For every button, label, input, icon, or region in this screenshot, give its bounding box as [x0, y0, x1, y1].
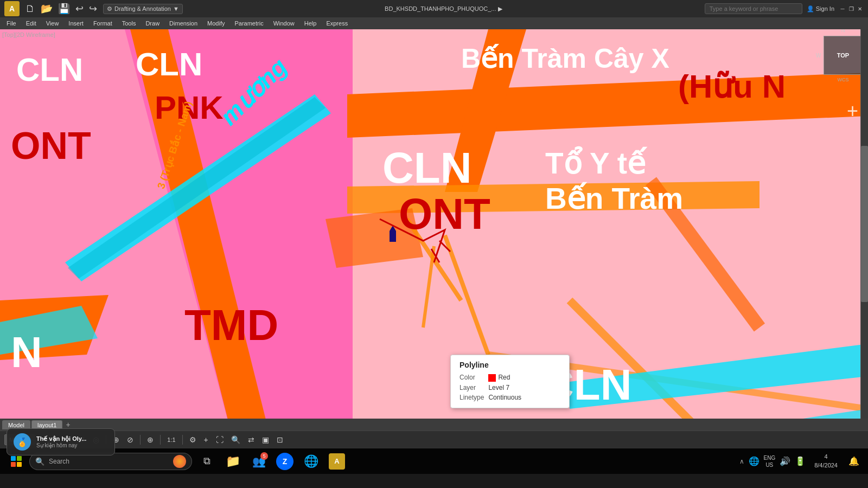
svg-line-12 — [651, 181, 760, 328]
file-title: BD_KHSDD_THANHPHO_PHUQUOC_... — [385, 5, 496, 12]
snap2-icon[interactable]: ⊘ — [125, 434, 136, 445]
svg-marker-19 — [0, 306, 98, 355]
taskbar-files-app[interactable]: 📁 — [221, 450, 244, 473]
toast-notification[interactable]: 🏅 Thế vận hội Oly... Sự kiện hôm nay — [7, 428, 115, 455]
wcs-label: WCS — [824, 77, 863, 82]
undo-icon[interactable]: ↩ — [74, 2, 85, 16]
menu-help[interactable]: Help — [300, 19, 321, 28]
label-cln-left: CLN — [16, 51, 83, 88]
menu-express[interactable]: Express — [322, 19, 352, 28]
fullscreen-icon[interactable]: ⛶ — [214, 434, 226, 445]
menu-file[interactable]: File — [2, 19, 21, 28]
clock-number: 4 — [814, 453, 838, 461]
viewport-label-text: [Top][2D Wireframe] — [2, 31, 55, 38]
tooltip-table: Color Red Layer Level 7 Linetype Continu… — [459, 373, 526, 402]
task-view-button[interactable]: ⧉ — [195, 450, 218, 473]
menu-format[interactable]: Format — [89, 19, 117, 28]
viewcube-top-label: TOP — [837, 52, 849, 59]
file-title-area: BD_KHSDD_THANHPHO_PHUQUOC_... ▶ — [187, 5, 700, 12]
taskbar-chrome-app[interactable]: 🌐 — [299, 450, 322, 473]
app-logo: A — [4, 1, 20, 16]
user-icon: 👤 — [807, 5, 814, 12]
save-icon[interactable]: 💾 — [56, 2, 72, 16]
menu-parametric[interactable]: Parametric — [230, 19, 267, 28]
tab-add-button[interactable]: + — [63, 420, 72, 429]
label-ont-left: ONT — [11, 124, 91, 168]
svg-marker-16 — [68, 97, 326, 279]
language-selector[interactable]: ENGUS — [764, 454, 776, 468]
label-ben-tram-title: Bến Tràm Cây X — [461, 43, 669, 74]
canvas-area[interactable]: [Top][2D Wireframe] CLN PNK CLN ONT mươn… — [0, 29, 868, 419]
label-to-y-te: Tổ Y tế — [545, 146, 646, 181]
file-arrow-icon[interactable]: ▶ — [498, 5, 502, 12]
svg-marker-17 — [570, 344, 868, 409]
svg-line-11 — [423, 246, 434, 328]
copilot-icon — [173, 455, 186, 468]
svg-marker-5 — [445, 29, 526, 192]
label-huu-n: (Hữu N — [678, 67, 786, 105]
menu-tools[interactable]: Tools — [118, 19, 141, 28]
menu-modify[interactable]: Modify — [203, 19, 229, 28]
tooltip-layer-row: Layer Level 7 — [459, 383, 526, 393]
menu-dimension[interactable]: Dimension — [165, 19, 202, 28]
svg-rect-0 — [0, 29, 868, 419]
notification-button[interactable]: 🔔 — [846, 454, 861, 468]
taskbar-autocad-app[interactable]: A — [326, 450, 348, 473]
battery-icon[interactable]: 🔋 — [795, 456, 806, 466]
svg-marker-6 — [347, 181, 760, 214]
toast-icon: 🏅 — [14, 433, 31, 451]
label-muong: mương — [214, 53, 293, 131]
tab-model[interactable]: Model — [2, 420, 30, 429]
svg-marker-1 — [353, 29, 868, 419]
menu-window[interactable]: Window — [269, 19, 299, 28]
svg-marker-2 — [0, 29, 233, 419]
close-button[interactable]: ✕ — [856, 5, 864, 12]
workspace-gear-icon: ⚙ — [107, 5, 112, 12]
svg-marker-3 — [130, 29, 271, 419]
navigation-cross-icon[interactable]: + — [847, 100, 858, 123]
viewcube-north-label: N — [841, 29, 845, 33]
system-tray: ∧ 🌐 ENGUS 🔊 🔋 4 8/4/2024 🔔 — [739, 452, 862, 471]
zoom-icon[interactable]: 🔍 — [229, 434, 242, 445]
quick-access-toolbar: 🗋 📂 💾 ↩ ↪ — [24, 2, 99, 16]
signin-button[interactable]: 👤 Sign In — [807, 5, 834, 12]
taskbar-zalo-app[interactable]: Z — [273, 450, 296, 473]
redo-icon[interactable]: ↪ — [87, 2, 99, 16]
show-hidden-icons-button[interactable]: ∧ — [739, 458, 744, 465]
sync-icon[interactable]: ⇄ — [246, 434, 257, 445]
menu-edit[interactable]: Edit — [22, 19, 41, 28]
tooltip-color-value: Red — [488, 373, 526, 383]
svg-marker-4 — [347, 73, 868, 138]
annotation-icon[interactable]: ⊕ — [145, 434, 156, 445]
right-scrollbar[interactable] — [860, 29, 868, 419]
menu-view[interactable]: View — [42, 19, 63, 28]
svg-line-13 — [570, 300, 705, 419]
volume-icon[interactable]: 🔊 — [780, 456, 790, 466]
viewcube[interactable]: TOP N W E WCS — [824, 36, 863, 75]
minimize-button[interactable]: ─ — [839, 5, 846, 12]
menu-draw[interactable]: Draw — [141, 19, 164, 28]
autocad-icon: A — [329, 453, 345, 470]
layout-icon[interactable]: ▣ — [260, 434, 271, 445]
task-view-icon: ⧉ — [203, 455, 210, 467]
add-icon[interactable]: + — [202, 434, 210, 445]
expand-icon[interactable]: ⊡ — [275, 434, 285, 445]
taskbar-teams-app[interactable]: 👥 5 — [247, 450, 270, 473]
viewcube-top-face[interactable]: TOP — [824, 36, 863, 75]
tab-layout1[interactable]: layout1 — [31, 420, 62, 429]
open-icon[interactable]: 📂 — [39, 2, 54, 16]
tooltip-layer-value: Level 7 — [488, 383, 526, 393]
new-icon[interactable]: 🗋 — [24, 2, 37, 16]
keyword-search-input[interactable] — [705, 3, 802, 14]
tooltip-linetype-label: Linetype — [459, 393, 488, 402]
restore-button[interactable]: ❐ — [847, 5, 855, 12]
network-icon[interactable]: 🌐 — [749, 456, 760, 466]
titlebar: A 🗋 📂 💾 ↩ ↪ ⚙ Drafting & Annotation ▼ BD… — [0, 0, 868, 17]
svg-marker-8 — [326, 208, 423, 268]
viewcube-west-label: W — [816, 53, 821, 59]
menu-insert[interactable]: Insert — [64, 19, 88, 28]
workspace-selector[interactable]: ⚙ Drafting & Annotation ▼ — [103, 4, 183, 14]
scrollbar-thumb[interactable] — [861, 146, 868, 301]
settings-icon[interactable]: ⚙ — [187, 434, 199, 445]
system-clock[interactable]: 4 8/4/2024 — [810, 452, 842, 471]
